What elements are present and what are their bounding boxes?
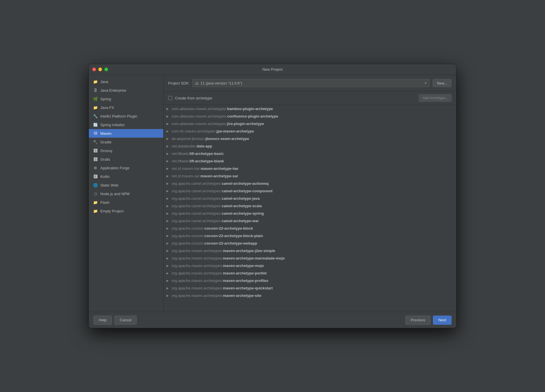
new-sdk-button[interactable]: New... xyxy=(433,79,452,87)
archetype-list-item[interactable]: ▶org.apache.camel.archetypes:camel-arche… xyxy=(164,210,456,217)
sdk-dropdown[interactable]: 🗂 11 (java version "11.0.6") ▼ xyxy=(192,79,429,87)
archetype-bold: confluence-plugin-archetype xyxy=(227,114,278,118)
sidebar-item-java-fx[interactable]: 📁Java FX xyxy=(89,103,163,112)
archetype-item-text: org.apache.maven.archetypes:maven-archet… xyxy=(172,286,273,290)
archetype-bold: maven-archetype-mojo xyxy=(223,264,264,268)
help-button[interactable]: Help xyxy=(93,316,112,325)
spring-icon: 🌿 xyxy=(93,96,98,101)
archetype-list-item[interactable]: ▶org.apache.maven.archetypes:maven-arche… xyxy=(164,277,456,284)
archetype-prefix: org.apache.camel.archetypes: xyxy=(172,204,222,208)
archetype-list-item[interactable]: ▶org.apache.camel.archetypes:camel-arche… xyxy=(164,187,456,195)
sidebar-item-java[interactable]: 📁Java xyxy=(89,77,163,86)
archetype-prefix: org.apache.maven.archetypes: xyxy=(172,249,223,253)
archetype-prefix: org.apache.camel.archetypes: xyxy=(172,211,222,216)
java-icon: 📁 xyxy=(93,79,98,84)
archetype-list-item[interactable]: ▶com.rfc.maven.archetypes:jpa-maven-arch… xyxy=(164,127,456,135)
sidebar-item-kotlin[interactable]: 🅺Kotlin xyxy=(89,172,163,181)
sdk-dropdown-left: 🗂 11 (java version "11.0.6") xyxy=(195,81,242,85)
expand-arrow-icon: ▶ xyxy=(166,182,170,185)
archetype-bold: data-app xyxy=(197,144,212,148)
archetype-list-item[interactable]: ▶org.apache.cocoon:cocoon-22-archetype-b… xyxy=(164,224,456,232)
minimize-button[interactable] xyxy=(98,68,102,71)
archetype-prefix: net.sf.maven-sar: xyxy=(172,174,200,178)
archetype-list-item[interactable]: ▶de.akquinet.jbosscc:jbosscc-seam-archet… xyxy=(164,135,456,142)
archetype-list-item[interactable]: ▶org.apache.camel.archetypes:camel-arche… xyxy=(164,180,456,187)
archetype-checkbox[interactable] xyxy=(168,96,172,100)
archetype-list-item[interactable]: ▶org.apache.cocoon:cocoon-22-archetype-w… xyxy=(164,239,456,247)
archetype-prefix: com.atlassian.maven.archetypes: xyxy=(172,122,227,126)
archetype-list-item[interactable]: ▶org.apache.maven.archetypes:maven-arche… xyxy=(164,269,456,277)
archetype-item-text: net.liftweb:lift-archetype-basic xyxy=(172,151,224,156)
archetype-list-item[interactable]: ▶org.apache.maven.archetypes:maven-arche… xyxy=(164,254,456,262)
sidebar-item-spring-initializr[interactable]: 🔄Spring Initializr xyxy=(89,120,163,129)
previous-button[interactable]: Previous xyxy=(405,316,431,325)
sidebar-item-gradle[interactable]: 🔨Gradle xyxy=(89,138,163,146)
sidebar: 📁Java🗄Java Enterprise🌿Spring📁Java FX🔧Int… xyxy=(89,75,164,312)
sidebar-item-flash[interactable]: 📁Flash xyxy=(89,198,163,207)
archetype-prefix: org.apache.camel.archetypes: xyxy=(172,219,222,223)
sidebar-item-groovy[interactable]: 🅶Groovy xyxy=(89,146,163,155)
archetype-prefix: org.apache.cocoon: xyxy=(172,241,204,245)
sidebar-item-label-gradle: Gradle xyxy=(100,140,112,144)
sidebar-item-grails[interactable]: 🅾Grails xyxy=(89,155,163,164)
sidebar-item-label-groovy: Groovy xyxy=(100,149,112,153)
archetype-bold: maven-archetype-profiles xyxy=(223,278,268,283)
archetype-prefix: com.rfc.maven.archetypes: xyxy=(172,129,216,133)
archetype-list-item[interactable]: ▶org.apache.cocoon:cocoon-22-archetype-b… xyxy=(164,232,456,239)
expand-arrow-icon: ▶ xyxy=(166,242,170,245)
archetype-item-text: org.apache.maven.archetypes:maven-archet… xyxy=(172,264,264,268)
archetype-list-item[interactable]: ▶org.apache.camel.archetypes:camel-arche… xyxy=(164,217,456,224)
sidebar-item-maven[interactable]: ⓂMaven xyxy=(89,129,163,138)
window-title: New Project xyxy=(262,67,283,72)
next-button[interactable]: Next xyxy=(433,316,452,325)
sidebar-item-label-java: Java xyxy=(100,80,108,84)
archetype-bold: maven-archetype-quickstart xyxy=(223,286,273,290)
close-button[interactable] xyxy=(92,68,96,71)
archetype-list-item[interactable]: ▶net.liftweb:lift-archetype-blank xyxy=(164,157,456,165)
sidebar-item-application-forge[interactable]: ⚙Application Forge xyxy=(89,164,163,172)
expand-arrow-icon: ▶ xyxy=(166,287,170,290)
archetype-list-item[interactable]: ▶org.apache.maven.archetypes:maven-arche… xyxy=(164,247,456,254)
expand-arrow-icon: ▶ xyxy=(166,107,170,110)
archetype-bold: camel-archetype-scala xyxy=(222,204,262,208)
sidebar-item-spring[interactable]: 🌿Spring xyxy=(89,95,163,103)
archetype-list-item[interactable]: ▶com.atlassian.maven.archetypes:bamboo-p… xyxy=(164,105,456,112)
archetype-item-text: com.atlassian.maven.archetypes:jira-plug… xyxy=(172,122,264,126)
archetype-label: Create from archetype xyxy=(175,96,416,100)
archetype-list-item[interactable]: ▶com.atlassian.maven.archetypes:confluen… xyxy=(164,112,456,120)
archetype-list-item[interactable]: ▶org.apache.maven.archetypes:maven-arche… xyxy=(164,284,456,292)
expand-arrow-icon: ▶ xyxy=(166,137,170,140)
archetype-bold: cocoon-22-archetype-block xyxy=(204,226,253,230)
archetype-list-item[interactable]: ▶net.databinder:data-app xyxy=(164,142,456,150)
maximize-button[interactable] xyxy=(104,68,108,71)
archetype-list-item[interactable]: ▶org.apache.maven.archetypes:maven-arche… xyxy=(164,262,456,269)
sidebar-item-static-web[interactable]: 🌐Static Web xyxy=(89,181,163,189)
expand-arrow-icon: ▶ xyxy=(166,130,170,133)
add-archetype-button[interactable]: Add Archetype... xyxy=(419,94,452,102)
archetype-list-container[interactable]: ▶com.atlassian.maven.archetypes:bamboo-p… xyxy=(164,105,456,312)
new-project-window: New Project 📁Java🗄Java Enterprise🌿Spring… xyxy=(89,64,456,328)
archetype-bold: jira-plugin-archetype xyxy=(227,122,264,126)
flash-icon: 📁 xyxy=(93,200,98,205)
archetype-item-text: net.liftweb:lift-archetype-blank xyxy=(172,159,224,163)
archetype-list-item[interactable]: ▶com.atlassian.maven.archetypes:jira-plu… xyxy=(164,120,456,127)
expand-arrow-icon: ▶ xyxy=(166,115,170,118)
archetype-list-item[interactable]: ▶org.apache.maven.archetypes:maven-arche… xyxy=(164,292,456,299)
archetype-item-text: com.rfc.maven.archetypes:jpa-maven-arche… xyxy=(172,129,254,133)
archetype-item-text: org.apache.camel.archetypes:camel-archet… xyxy=(172,204,262,208)
archetype-prefix: de.akquinet.jbosscc: xyxy=(172,137,206,141)
archetype-list-item[interactable]: ▶net.sf.maven-sar:maven-archetype-sar xyxy=(164,172,456,180)
archetype-prefix: net.databinder: xyxy=(172,144,197,148)
archetype-list-item[interactable]: ▶org.apache.camel.archetypes:camel-arche… xyxy=(164,195,456,202)
sidebar-item-label-kotlin: Kotlin xyxy=(100,174,110,179)
sidebar-item-nodejs-npm[interactable]: ⬡Node.js and NPM xyxy=(89,189,163,198)
archetype-list-item[interactable]: ▶net.liftweb:lift-archetype-basic xyxy=(164,150,456,157)
sidebar-item-empty-project[interactable]: 📁Empty Project xyxy=(89,207,163,215)
sidebar-item-java-enterprise[interactable]: 🗄Java Enterprise xyxy=(89,86,163,95)
archetype-list-item[interactable]: ▶org.apache.camel.archetypes:camel-arche… xyxy=(164,202,456,210)
cancel-button[interactable]: Cancel xyxy=(114,316,137,325)
archetype-list-item[interactable]: ▶net.sf.maven-har:maven-archetype-har xyxy=(164,165,456,172)
sidebar-item-label-java-enterprise: Java Enterprise xyxy=(100,88,126,93)
archetype-row: Create from archetype Add Archetype... xyxy=(164,91,456,105)
sidebar-item-intellij-platform-plugin[interactable]: 🔧IntelliJ Platform Plugin xyxy=(89,112,163,120)
